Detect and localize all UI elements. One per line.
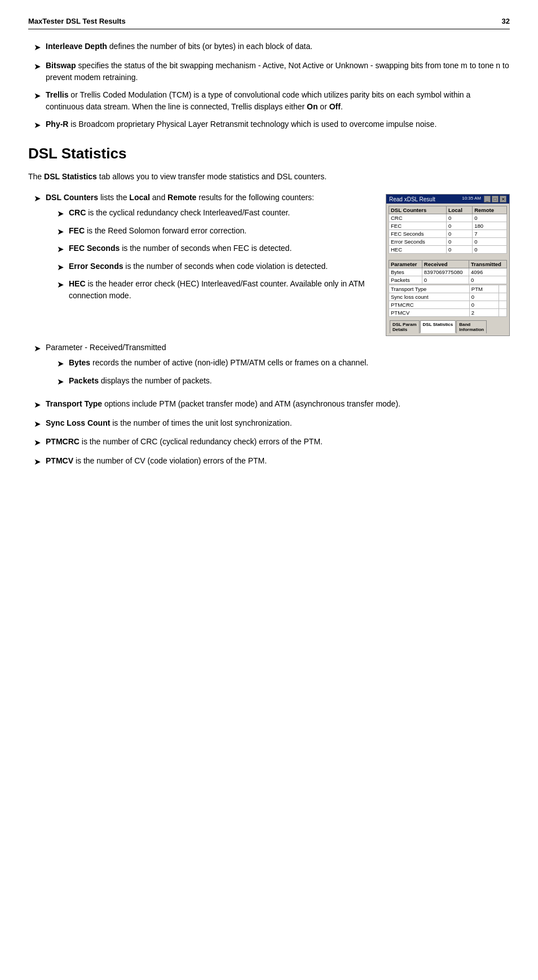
header-title: MaxTester DSL Test Results (28, 17, 126, 25)
tab-dsl-param[interactable]: DSL ParamDetails (390, 320, 420, 333)
crc-text: is the cyclical redundancy check Interle… (86, 208, 290, 217)
list-item: ➤ PTMCV is the number of CV (code violat… (34, 455, 510, 469)
tab-band-info[interactable]: BandInformation (456, 320, 487, 333)
trellis-or: or (317, 102, 329, 111)
list-item: ➤ Phy-R is Broadcom proprietary Physical… (34, 118, 510, 132)
table-cell: PTM (469, 285, 499, 293)
section-heading: DSL Statistics (28, 145, 510, 162)
ptmcrc-text: is the number of CRC (cyclical redundanc… (80, 437, 323, 446)
list-item-content: PTMCRC is the number of CRC (cyclical re… (46, 436, 510, 448)
intro-term: DSL Statistics (44, 172, 97, 181)
trellis-off: Off (329, 102, 341, 111)
nested-content: Error Seconds is the number of seconds w… (69, 261, 374, 272)
col-header-dsl-counters: DSL Counters (389, 206, 447, 214)
parameter-item: ➤ Parameter - Received/Transmitted ➤ Byt… (34, 342, 510, 392)
screenshot-time: 10:35 AM (462, 196, 481, 202)
table-cell: CRC (389, 214, 447, 222)
table-cell: FEC Seconds (389, 230, 447, 238)
screenshot-title: Read xDSL Result (389, 196, 435, 202)
table-cell: 7 (473, 230, 507, 238)
nested-list-item: ➤ Bytes records the number of active (no… (57, 357, 510, 370)
term-interleave: Interleave Depth (46, 42, 107, 51)
parameter-text: Parameter - Received/Transmitted (46, 343, 166, 352)
arrow-icon: ➤ (34, 418, 41, 431)
term-bitswap: Bitswap (46, 61, 76, 70)
titlebar-icons: 10:35 AM _ □ ✕ (462, 196, 506, 202)
bytes-text: records the number of active (non-idle) … (90, 358, 368, 367)
nested-content: Bytes records the number of active (non-… (69, 357, 510, 369)
list-item: ➤ Sync Loss Count is the number of times… (34, 417, 510, 431)
tab-dsl-statistics[interactable]: DSL Statistics (420, 320, 456, 333)
list-item-content: PTMCV is the number of CV (code violatio… (46, 455, 510, 467)
table-cell: 4096 (469, 268, 507, 276)
arrow-icon: ➤ (34, 456, 41, 469)
list-item-content: Sync Loss Count is the number of times t… (46, 417, 510, 429)
table-cell: Packets (389, 276, 422, 284)
list-item: ➤ Transport Type options include PTM (pa… (34, 398, 510, 412)
remote-label: Remote (167, 193, 196, 202)
table-cell (499, 293, 507, 301)
hec-text: is the header error check (HEC) Interlea… (69, 279, 365, 300)
fec-seconds-text: is the number of seconds when FEC is det… (120, 244, 292, 253)
arrow-icon: ➤ (34, 192, 41, 205)
table-cell: 0 (446, 222, 472, 230)
col-header-local: Local (446, 206, 472, 214)
table-cell: HEC (389, 246, 447, 254)
table-cell: Sync loss count (389, 293, 470, 301)
packets-term: Packets (69, 376, 99, 385)
table-cell: 0 (469, 293, 499, 301)
table-cell: PTMCRC (389, 301, 470, 309)
table-cell: 0 (469, 276, 507, 284)
transport-table: Transport TypePTMSync loss count0PTMCRC0… (389, 285, 507, 317)
arrow-icon: ➤ (34, 60, 41, 73)
dsl-counters-term: DSL Counters (46, 193, 98, 202)
transport-text: options include PTM (packet transfer mod… (102, 399, 400, 408)
dsl-counters-item: ➤ DSL Counters lists the Local and Remot… (34, 192, 374, 306)
top-bullet-list: ➤ Interleave Depth defines the number of… (34, 41, 510, 131)
table-cell: 8397069775080 (422, 268, 469, 276)
table-cell: PTMCV (389, 309, 470, 317)
arrow-icon: ➤ (57, 243, 64, 256)
arrow-icon: ➤ (57, 226, 64, 239)
error-seconds-term: Error Seconds (69, 262, 123, 271)
table-cell (499, 285, 507, 293)
list-item: ➤ Trellis or Trellis Coded Modulation (T… (34, 89, 510, 113)
text-phyr: is Broadcom proprietary Physical Layer R… (68, 120, 436, 129)
trellis-period: . (341, 102, 343, 111)
arrow-icon: ➤ (34, 436, 41, 449)
list-item-content: Phy-R is Broadcom proprietary Physical L… (46, 118, 510, 130)
ptmcrc-term: PTMCRC (46, 437, 80, 446)
trellis-on: On (307, 102, 317, 111)
arrow-icon: ➤ (34, 41, 41, 54)
table-cell: Transport Type (389, 285, 470, 293)
header-page: 32 (502, 17, 510, 25)
page-header: MaxTester DSL Test Results 32 (28, 17, 510, 29)
param-nested-list: ➤ Bytes records the number of active (no… (57, 357, 510, 388)
text-interleave: defines the number of bits (or bytes) in… (107, 42, 312, 51)
col-header-transmitted: Transmitted (469, 261, 507, 268)
packets-text: displays the number of packets. (99, 376, 212, 385)
transport-term: Transport Type (46, 399, 102, 408)
screenshot-titlebar: Read xDSL Result 10:35 AM _ □ ✕ (386, 195, 509, 204)
dsl-counters-text2: results for the following counters: (196, 193, 314, 202)
arrow-icon: ➤ (34, 90, 41, 103)
table-cell: 0 (446, 214, 472, 222)
table-cell: 0 (446, 230, 472, 238)
minimize-icon: _ (484, 196, 491, 202)
list-item: ➤ PTMCRC is the number of CRC (cyclical … (34, 436, 510, 449)
dsl-counters-table: DSL Counters Local Remote CRC00FEC0180FE… (389, 206, 507, 254)
ptmcv-text: is the number of CV (code violation) err… (73, 456, 267, 465)
table-cell: Error Seconds (389, 238, 447, 246)
param-table: Parameter Received Transmitted Bytes8397… (389, 260, 507, 284)
dsl-counters-text: lists the (98, 193, 129, 202)
nested-list-item: ➤ FEC is the Reed Solomon forward error … (57, 225, 374, 239)
term-phyr: Phy-R (46, 120, 68, 129)
list-item-content: Interleave Depth defines the number of b… (46, 41, 510, 52)
close-icon: ✕ (500, 196, 506, 202)
text-bitswap: specifies the status of the bit swapping… (46, 61, 509, 82)
and-label: and (150, 193, 167, 202)
arrow-icon: ➤ (34, 342, 41, 355)
list-item: ➤ Bitswap specifies the status of the bi… (34, 60, 510, 83)
fec-text: is the Reed Solomon forward error correc… (85, 226, 246, 235)
list-item-content: Trellis or Trellis Coded Modulation (TCM… (46, 89, 510, 113)
